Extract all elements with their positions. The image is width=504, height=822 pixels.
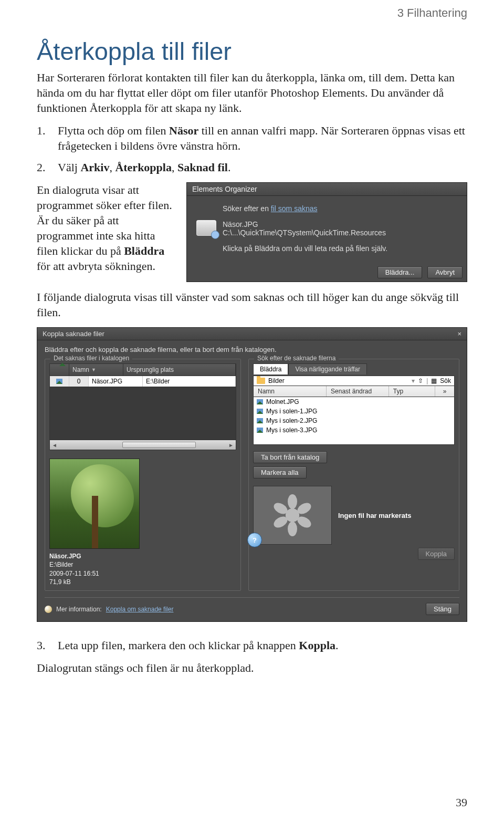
missing-file-link[interactable]: fil som saknas <box>271 204 318 213</box>
search-button[interactable]: Sök <box>440 377 451 384</box>
list-item[interactable]: Molnet.JPG <box>254 397 454 407</box>
connect-missing-files-dialog: Koppla saknade filer × Bläddra efter och… <box>37 327 467 622</box>
file-name: Molnet.JPG <box>266 398 299 405</box>
step-bold: Koppla <box>299 639 335 652</box>
lightbulb-icon <box>45 606 52 613</box>
step-text: Leta upp filen, markera den och klickar … <box>58 639 299 652</box>
location-bar[interactable]: Bilder ▾ ⇧ | ▦ Sök <box>253 376 455 386</box>
step-text: Flytta och döp om filen <box>58 124 169 137</box>
page-number: 39 <box>456 796 467 809</box>
image-preview <box>49 459 140 549</box>
file-name: Mys i solen-3.JPG <box>266 426 317 434</box>
table-empty-area <box>49 387 236 440</box>
image-icon <box>257 418 263 423</box>
panel-legend: Sök efter de saknade filerna <box>254 355 339 362</box>
meta-size: 71,9 kB <box>49 578 236 586</box>
step-bold: Saknad fil <box>177 161 228 174</box>
file-name: Näsor.JPG <box>223 220 386 228</box>
image-icon <box>257 409 263 414</box>
elements-organizer-dialog: Elements Organizer Söker efter en fil so… <box>186 182 467 282</box>
folder-icon <box>257 378 265 384</box>
drive-search-icon <box>196 220 216 236</box>
list-item[interactable]: Mys i solen-3.JPG <box>254 425 454 435</box>
more-info-link[interactable]: Koppla om saknade filer <box>106 606 174 613</box>
page-title: Återkoppla till filer <box>37 37 467 66</box>
file-list[interactable]: Molnet.JPG Mys i solen-1.JPG Mys i solen… <box>253 397 455 445</box>
meta-filename: Näsor.JPG <box>49 552 236 560</box>
file-path: C:\...\QuickTime\QTSystem\QuickTime.Reso… <box>223 228 386 237</box>
step-text: , <box>172 161 177 174</box>
remove-from-catalog-button[interactable]: Ta bort från katalog <box>253 451 327 463</box>
dialog-paragraph: En dialogruta visar att programmet söker… <box>37 182 176 282</box>
scroll-left-icon[interactable]: ◄ <box>52 442 57 448</box>
para-text: för att avbryta sökningen. <box>37 259 155 273</box>
step-text: . <box>335 639 339 652</box>
column-original-location[interactable]: Ursprunglig plats <box>123 364 236 376</box>
column-name[interactable]: Namn <box>254 386 327 397</box>
dialog-titlebar: Elements Organizer <box>187 183 467 196</box>
row-path: E:\Bilder <box>143 376 236 387</box>
flower-placeholder-icon <box>277 500 308 531</box>
step-bold: Arkiv <box>80 161 109 174</box>
question-icon: ? <box>247 533 262 547</box>
close-icon[interactable]: × <box>457 330 461 338</box>
up-folder-icon[interactable]: ⇧ <box>418 377 423 384</box>
list-item[interactable]: Mys i solen-1.JPG <box>254 407 454 416</box>
file-list-header: Namn Senast ändrad Typ » <box>253 386 455 397</box>
step-bold: Återkoppla <box>115 161 172 174</box>
image-icon <box>257 428 263 433</box>
image-icon <box>56 379 62 384</box>
more-info-label: Mer information: <box>56 606 102 613</box>
table-header: Namn Ursprunglig plats <box>49 363 236 376</box>
image-metadata: Näsor.JPG E:\Bilder 2009-07-11 16:51 71,… <box>49 552 236 586</box>
dialog-search-line: Söker efter en fil som saknas <box>223 204 457 213</box>
column-type[interactable]: Typ <box>389 386 435 397</box>
view-icon[interactable]: ▦ <box>431 377 437 384</box>
scroll-right-icon[interactable]: ► <box>228 442 234 448</box>
cancel-button[interactable]: Avbryt <box>427 266 463 278</box>
step-3: Leta upp filen, markera den och klickar … <box>37 638 467 653</box>
row-name: Näsor.JPG <box>89 376 143 387</box>
meta-path: E:\Bilder <box>49 560 236 569</box>
no-selection-message: Ingen fil har markerats <box>338 512 411 519</box>
image-icon <box>257 399 263 404</box>
missing-files-panel: Det saknas filer i katalogen Namn Urspru… <box>45 359 241 591</box>
tab-nearby[interactable]: Visa närliggande träffar <box>288 363 367 374</box>
para-bold: Bläddra <box>124 244 164 257</box>
image-header-icon[interactable] <box>50 364 69 376</box>
file-name: Mys i solen-2.JPG <box>266 417 317 424</box>
dialog-instruction: Klicka på Bläddra om du vill leta reda p… <box>223 244 457 253</box>
search-files-panel: Sök efter de saknade filerna Bläddra Vis… <box>248 359 459 591</box>
table-row[interactable]: 0 Näsor.JPG E:\Bilder <box>49 376 236 387</box>
step-text: . <box>228 161 231 174</box>
browse-button[interactable]: Bläddra... <box>377 266 423 278</box>
location-name: Bilder <box>268 377 285 384</box>
file-info: Näsor.JPG C:\...\QuickTime\QTSystem\Quic… <box>223 220 386 237</box>
dialog-intro: Bläddra efter och koppla de saknade file… <box>45 346 459 353</box>
more-info: Mer information: Koppla om saknade filer <box>45 606 173 613</box>
next-paragraph: I följande dialogruta visas till vänster… <box>37 289 467 320</box>
close-button[interactable]: Stäng <box>426 603 459 615</box>
preview-placeholder: ? <box>253 486 332 545</box>
text: Söker efter en <box>223 204 271 213</box>
closing-paragraph: Dialogrutan stängs och filen är nu återk… <box>37 660 467 675</box>
scroll-thumb[interactable] <box>122 442 196 448</box>
connect-button[interactable]: Koppla <box>418 548 455 560</box>
chapter-label: 3 Filhantering <box>397 6 467 20</box>
horizontal-scrollbar[interactable]: ◄ ► <box>49 440 236 450</box>
step-text: , <box>109 161 115 174</box>
column-name[interactable]: Namn <box>69 364 123 376</box>
column-expand[interactable]: » <box>435 386 454 397</box>
list-item[interactable]: Mys i solen-2.JPG <box>254 416 454 425</box>
file-name: Mys i solen-1.JPG <box>266 408 317 415</box>
panel-legend: Det saknas filer i katalogen <box>50 355 132 362</box>
step-bold: Näsor <box>169 124 198 137</box>
column-modified[interactable]: Senast ändrad <box>327 386 389 397</box>
tab-browse[interactable]: Bläddra <box>253 363 288 374</box>
step-1: Flytta och döp om filen Näsor till en an… <box>37 123 467 153</box>
meta-date: 2009-07-11 16:51 <box>49 569 236 578</box>
step-text: Välj <box>58 161 80 174</box>
step-2: Välj Arkiv, Återkoppla, Saknad fil. <box>37 160 467 175</box>
select-all-button[interactable]: Markera alla <box>253 466 307 478</box>
dialog-title: Koppla saknade filer <box>43 330 104 338</box>
